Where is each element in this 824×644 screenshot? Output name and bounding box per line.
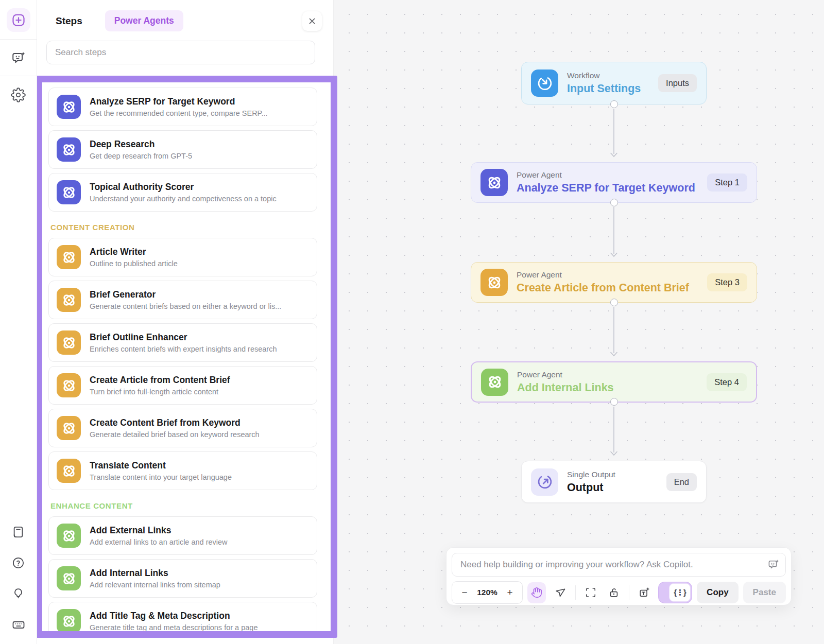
canvas-toolbar: − 120% + [452,581,786,604]
select-tool-button[interactable] [551,582,569,603]
node-step-3[interactable]: Power AgentCreate Article from Content B… [471,262,757,303]
power-agent-atom-icon [57,180,81,204]
node-title: Add Internal Links [517,381,614,394]
step-card-create-article[interactable]: Create Article from Content BriefTurn br… [48,366,317,405]
close-icon [308,17,316,25]
node-input-settings[interactable]: WorkflowInput Settings Inputs [521,62,707,105]
rail-copilot-cell [0,40,37,76]
step-card-article-writer[interactable]: Article WriterOutline to published artic… [48,238,317,276]
step-card-add-external-links[interactable]: Add External LinksAdd external links to … [48,516,317,555]
workflow-canvas[interactable]: WorkflowInput Settings Inputs Power Agen… [334,0,824,644]
copilot-prompt-input[interactable] [452,553,786,577]
power-agent-atom-icon [57,95,81,119]
lightbulb-icon [11,587,25,601]
edge-arrowhead [610,152,618,158]
braces-icon: {⋮} [669,583,691,602]
panel-header: Steps Power Agents [37,0,333,38]
steps-list: Analyze SERP for Target KeywordGet the r… [42,82,331,638]
pan-tool-button[interactable] [527,582,546,603]
node-title: Analyze SERP for Target Keyword [517,182,695,195]
shortcuts-button[interactable] [8,614,29,635]
node-label: Power Agent [517,270,689,280]
add-text-button[interactable] [635,582,654,603]
step-title: Translate Content [90,460,309,471]
node-step-4[interactable]: Power AgentAdd Internal Links Step 4 [471,361,757,403]
step-desc: Add external links to an article and rev… [90,538,309,546]
output-port[interactable] [610,398,618,406]
copilot-chat-icon[interactable] [767,559,780,571]
single-output-icon [531,468,558,496]
zoom-out-button[interactable]: − [455,583,474,602]
power-agent-atom-icon [57,566,81,590]
rail-add-cell [0,0,37,40]
power-agent-atom-icon [57,609,81,633]
step-card-deep-research[interactable]: Deep ResearchGet deep research from GPT-… [48,130,317,169]
node-label: Single Output [567,470,615,479]
edge-line [613,109,614,154]
settings-button[interactable] [8,84,29,105]
ideas-button[interactable] [8,583,29,604]
step-card-topical-authority[interactable]: Topical Authority ScorerUnderstand your … [48,173,317,212]
zoom-in-button[interactable]: + [501,583,519,602]
output-port[interactable] [610,100,618,108]
workflow-builder-app: Steps Power Agents Analyze SERP for Targ… [0,0,824,644]
help-button[interactable] [8,552,29,573]
step-card-create-content-brief[interactable]: Create Content Brief from KeywordGenerat… [48,409,317,447]
step-desc: Translate content into your target langu… [90,473,309,481]
tab-steps[interactable]: Steps [56,15,82,27]
node-title: Input Settings [567,82,641,95]
steps-list-highlight-frame: Analyze SERP for Target KeywordGet the r… [36,76,337,638]
node-output[interactable]: Single OutputOutput End [521,461,707,503]
paste-button[interactable]: Paste [743,582,786,603]
step-card-add-internal-links[interactable]: Add Internal LinksAdd relevant internal … [48,559,317,598]
step-card-add-title-meta[interactable]: Add Title Tag & Meta DescriptionGenerate… [48,602,317,638]
step-desc: Generate detailed brief based on keyword… [90,430,309,439]
workflow-input-icon [531,69,558,97]
output-port[interactable] [610,299,618,306]
power-agent-atom-icon [480,169,508,196]
docs-button[interactable] [8,521,29,542]
node-label: Power Agent [517,370,614,379]
step-card-brief-generator[interactable]: Brief GeneratorGenerate content briefs b… [48,281,317,319]
node-title: Output [567,481,615,494]
power-agent-atom-icon [57,137,81,162]
step-card-analyze-serp[interactable]: Analyze SERP for Target KeywordGet the r… [48,88,317,126]
step-title: Create Article from Content Brief [90,375,309,386]
step-title: Add External Links [90,525,309,536]
step-card-translate-content[interactable]: Translate ContentTranslate content into … [48,451,317,490]
copy-button[interactable]: Copy [697,582,739,603]
section-header-content-creation: CONTENT CREATION [50,223,316,232]
inputs-badge: Inputs [658,74,697,92]
toolbar-divider [575,585,576,600]
step-title: Add Internal Links [90,568,309,579]
fit-view-button[interactable] [581,582,599,603]
gear-icon [11,88,26,102]
step-badge: Step 1 [707,173,747,192]
step-title: Create Content Brief from Keyword [90,417,309,428]
add-step-button[interactable] [7,8,30,32]
power-agent-atom-icon [480,269,508,296]
left-rail [0,0,37,644]
hand-icon [531,587,542,598]
copilot-button[interactable] [8,48,29,68]
tab-power-agents[interactable]: Power Agents [105,10,183,31]
step-card-brief-outline-enhancer[interactable]: Brief Outline EnhancerEnriches content b… [48,323,317,362]
step-desc: Add relevant internal links from sitemap [90,581,309,589]
search-input[interactable] [46,41,315,64]
unlock-icon [608,587,620,598]
step-desc: Get deep research from GPT-5 [90,152,309,160]
node-label: Power Agent [517,170,695,180]
output-port[interactable] [610,199,618,206]
rail-bottom-group [8,521,29,644]
copilot-prompt-row [452,553,786,577]
zoom-control: − 120% + [452,581,523,604]
node-label: Workflow [567,71,641,80]
close-panel-button[interactable] [302,11,322,31]
book-icon [11,525,25,539]
variables-toggle[interactable]: {⋮} [658,582,692,603]
edge-line [613,407,614,452]
lock-button[interactable] [605,582,623,603]
step-title: Add Title Tag & Meta Description [90,611,309,621]
power-agent-atom-icon [57,459,81,483]
node-step-1[interactable]: Power AgentAnalyze SERP for Target Keywo… [471,162,757,203]
